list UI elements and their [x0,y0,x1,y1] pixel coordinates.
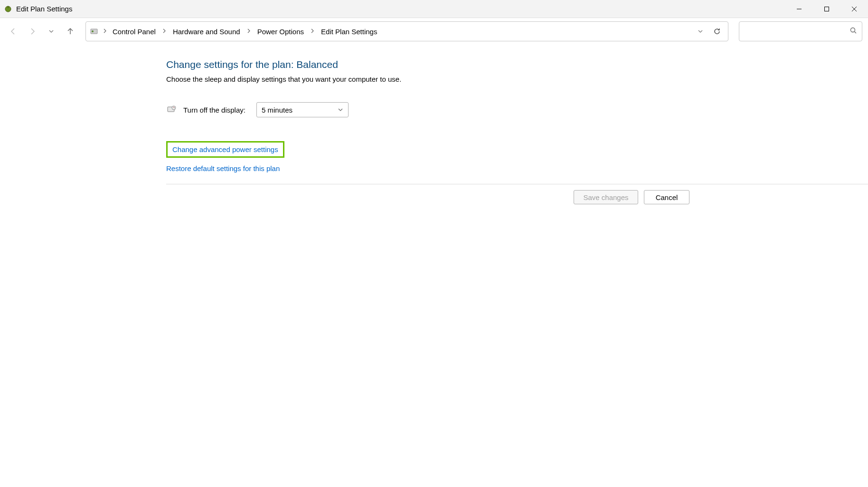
chevron-right-icon [160,28,169,35]
maximize-button[interactable] [813,0,840,18]
close-button[interactable] [840,0,868,18]
svg-point-7 [92,30,94,32]
svg-rect-3 [825,7,829,11]
restore-defaults-link[interactable]: Restore default settings for this plan [166,162,280,175]
display-off-value: 5 minutes [262,106,292,114]
window-controls [785,0,868,18]
save-changes-button[interactable]: Save changes [574,190,638,204]
cancel-button[interactable]: Cancel [644,190,689,204]
titlebar-left: Edit Plan Settings [4,5,72,13]
page-description: Choose the sleep and display settings th… [166,75,868,83]
refresh-button[interactable] [709,23,725,39]
svg-point-8 [851,28,855,32]
window-title: Edit Plan Settings [16,5,72,13]
display-off-dropdown[interactable]: 5 minutes [256,102,349,117]
chevron-right-icon [100,28,110,35]
button-row: Save changes Cancel [166,184,868,210]
toolbar: Control Panel Hardware and Sound Power O… [0,18,868,45]
page-heading: Change settings for the plan: Balanced [166,59,868,70]
address-bar[interactable]: Control Panel Hardware and Sound Power O… [85,21,728,41]
chevron-right-icon [308,28,317,35]
svg-line-9 [855,32,857,34]
display-off-setting: Turn off the display: 5 minutes [166,102,868,117]
display-off-label: Turn off the display: [183,106,250,114]
content-area: Change settings for the plan: Balanced C… [0,45,868,210]
up-button[interactable] [63,24,78,39]
control-panel-icon [89,26,99,37]
svg-rect-1 [8,6,9,8]
breadcrumb-edit-plan[interactable]: Edit Plan Settings [318,26,380,38]
breadcrumb-power-options[interactable]: Power Options [255,26,307,38]
minimize-button[interactable] [785,0,813,18]
back-button[interactable] [6,24,21,39]
breadcrumb-control-panel[interactable]: Control Panel [110,26,159,38]
forward-button[interactable] [25,24,40,39]
recent-dropdown[interactable] [44,24,59,39]
display-icon [166,105,177,115]
breadcrumb-hardware-sound[interactable]: Hardware and Sound [170,26,243,38]
search-icon [849,27,857,36]
change-advanced-link[interactable]: Change advanced power settings [166,141,284,158]
chevron-right-icon [244,28,254,35]
search-input[interactable] [739,21,862,41]
breadcrumb: Control Panel Hardware and Sound Power O… [110,26,694,38]
chevron-down-icon [338,106,343,114]
titlebar: Edit Plan Settings [0,0,868,18]
app-icon [4,5,12,13]
address-history-dropdown[interactable] [694,25,707,38]
